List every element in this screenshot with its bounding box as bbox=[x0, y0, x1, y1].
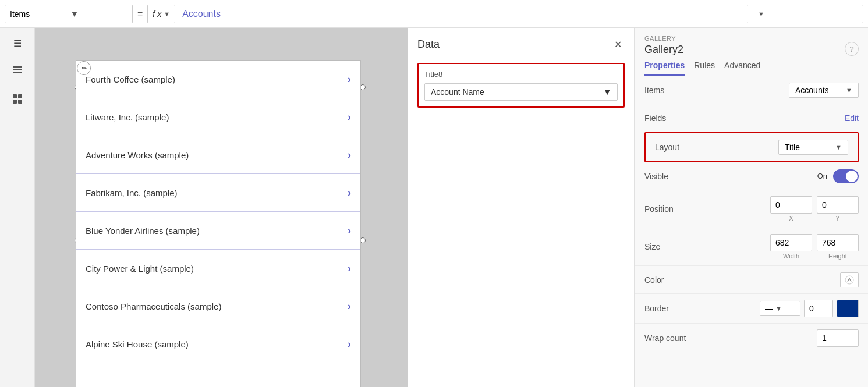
gallery-item[interactable]: Alpine Ski House (sample)› bbox=[76, 325, 360, 363]
fields-edit-link[interactable]: Edit bbox=[845, 113, 859, 123]
position-row: Position X Y bbox=[635, 190, 868, 228]
layout-row: Layout Title ▼ bbox=[644, 132, 859, 162]
gallery-item-chevron-icon: › bbox=[348, 300, 351, 313]
fields-row: Fields Edit bbox=[635, 104, 868, 132]
border-row: Border — ▼ bbox=[635, 294, 868, 324]
gallery-item-text: Alpine Ski House (sample) bbox=[86, 339, 189, 349]
border-style-chevron: ▼ bbox=[775, 305, 782, 312]
layout-value: Title bbox=[785, 143, 800, 152]
gallery-item-chevron-icon: › bbox=[348, 73, 351, 86]
layout-chevron-icon: ▼ bbox=[835, 144, 842, 151]
data-panel-title: Data bbox=[417, 38, 440, 51]
gallery-label: GALLERY bbox=[644, 35, 859, 42]
svg-rect-5 bbox=[13, 100, 17, 104]
tab-properties[interactable]: Properties bbox=[644, 56, 685, 76]
gallery-item[interactable]: City Power & Light (sample)› bbox=[76, 250, 360, 287]
border-prop-value: — ▼ bbox=[760, 300, 859, 317]
layout-row-inner: Layout Title ▼ bbox=[646, 133, 858, 161]
layers-icon[interactable] bbox=[9, 63, 26, 79]
gallery-item[interactable]: Contoso Pharmaceuticals (sample)› bbox=[76, 287, 360, 325]
left-sidebar: ☰ bbox=[0, 28, 35, 387]
fields-prop-value: Edit bbox=[845, 113, 859, 123]
gallery-item-text: Adventure Works (sample) bbox=[86, 150, 189, 160]
gallery-container: Fourth Coffee (sample)›Litware, Inc. (sa… bbox=[76, 60, 361, 387]
gallery-item[interactable]: Fourth Coffee (sample)› bbox=[76, 61, 360, 98]
gallery-item-text: City Power & Light (sample) bbox=[86, 264, 194, 274]
visible-prop-value: On bbox=[817, 169, 859, 183]
gallery-item[interactable]: Blue Yonder Airlines (sample)› bbox=[76, 212, 360, 250]
items-chevron-icon: ▼ bbox=[70, 9, 127, 19]
items-prop-value: Accounts ▼ bbox=[789, 83, 859, 98]
position-prop-label: Position bbox=[644, 204, 691, 214]
gallery-item-text: Blue Yonder Airlines (sample) bbox=[86, 226, 200, 236]
items-dropdown[interactable]: Items ▼ bbox=[5, 5, 133, 23]
wrap-count-value bbox=[817, 329, 859, 347]
size-width-input[interactable] bbox=[770, 234, 812, 251]
position-y-input[interactable] bbox=[817, 196, 859, 214]
gallery-item-chevron-icon: › bbox=[348, 338, 351, 350]
color-prop-value bbox=[840, 272, 859, 287]
border-color-swatch[interactable] bbox=[837, 300, 859, 317]
position-y-label: Y bbox=[817, 215, 859, 222]
fx-x: x bbox=[157, 9, 161, 19]
border-thickness-input[interactable] bbox=[804, 300, 833, 317]
fx-chevron-icon: ▼ bbox=[164, 10, 170, 17]
grid-icon[interactable] bbox=[9, 91, 26, 107]
items-prop-label: Items bbox=[644, 86, 691, 95]
main-area: ☰ Fourth Coffee (sample)›Litware, Inc. (… bbox=[0, 28, 868, 387]
panel-tabs: Properties Rules Advanced bbox=[635, 56, 868, 76]
gallery-item-chevron-icon: › bbox=[348, 225, 351, 237]
help-icon[interactable]: ? bbox=[845, 42, 859, 56]
gallery-item[interactable]: Litware, Inc. (sample)› bbox=[76, 98, 360, 136]
position-x-input[interactable] bbox=[770, 196, 812, 214]
svg-rect-2 bbox=[13, 66, 22, 68]
gallery-list: Fourth Coffee (sample)›Litware, Inc. (sa… bbox=[76, 61, 360, 363]
fx-label: f bbox=[153, 9, 155, 19]
size-width-label: Width bbox=[770, 253, 812, 260]
position-inputs-group: X Y bbox=[770, 196, 859, 222]
layout-prop-label: Layout bbox=[655, 143, 702, 152]
visible-toggle[interactable] bbox=[833, 169, 859, 183]
position-x-label: X bbox=[770, 215, 812, 222]
gallery-item-chevron-icon: › bbox=[348, 262, 351, 275]
data-panel-header: Data ✕ bbox=[417, 37, 625, 51]
svg-rect-6 bbox=[18, 100, 22, 104]
gallery-item-chevron-icon: › bbox=[348, 111, 351, 123]
svg-rect-3 bbox=[13, 94, 17, 98]
tab-rules[interactable]: Rules bbox=[694, 56, 715, 76]
gallery-item[interactable]: Fabrikam, Inc. (sample)› bbox=[76, 174, 360, 212]
right-dropdown-chevron-icon: ▼ bbox=[758, 10, 764, 17]
data-panel: Data ✕ Title8 Account Name ▼ bbox=[408, 28, 635, 387]
size-inputs bbox=[770, 234, 859, 251]
svg-point-7 bbox=[845, 276, 853, 284]
border-style-dropdown[interactable]: — ▼ bbox=[760, 301, 800, 316]
layout-dropdown[interactable]: Title ▼ bbox=[778, 140, 848, 155]
fx-button[interactable]: fx ▼ bbox=[147, 5, 175, 23]
items-value-dropdown[interactable]: Accounts ▼ bbox=[789, 83, 859, 98]
field-label: Title8 bbox=[424, 70, 618, 79]
gallery-item-text: Contoso Pharmaceuticals (sample) bbox=[86, 301, 221, 311]
close-button[interactable]: ✕ bbox=[611, 37, 625, 51]
size-prop-label: Size bbox=[644, 242, 691, 251]
layout-prop-value: Title ▼ bbox=[778, 140, 848, 155]
hamburger-icon[interactable]: ☰ bbox=[9, 35, 26, 51]
wrap-count-input[interactable] bbox=[817, 329, 859, 347]
tab-advanced[interactable]: Advanced bbox=[724, 56, 760, 76]
border-style-line: — bbox=[765, 304, 773, 313]
gallery-item-text: Fabrikam, Inc. (sample) bbox=[86, 188, 178, 198]
data-field-box: Title8 Account Name ▼ bbox=[417, 63, 625, 108]
color-swatch[interactable] bbox=[840, 272, 859, 287]
formula-bar[interactable]: Accounts bbox=[178, 5, 745, 23]
items-row: Items Accounts ▼ bbox=[635, 76, 868, 104]
right-dropdown[interactable]: ▼ bbox=[747, 5, 863, 23]
edit-pencil-icon[interactable]: ✏ bbox=[77, 61, 91, 75]
svg-rect-0 bbox=[13, 69, 22, 70]
gallery-item[interactable]: Adventure Works (sample)› bbox=[76, 136, 360, 174]
svg-rect-1 bbox=[13, 72, 22, 73]
visible-row: Visible On bbox=[635, 162, 868, 190]
size-height-label: Height bbox=[817, 253, 859, 260]
border-prop-label: Border bbox=[644, 304, 691, 313]
properties-panel: GALLERY Gallery2 ? Properties Rules Adva… bbox=[635, 28, 868, 387]
size-height-input[interactable] bbox=[817, 234, 859, 251]
field-dropdown[interactable]: Account Name ▼ bbox=[424, 83, 618, 101]
